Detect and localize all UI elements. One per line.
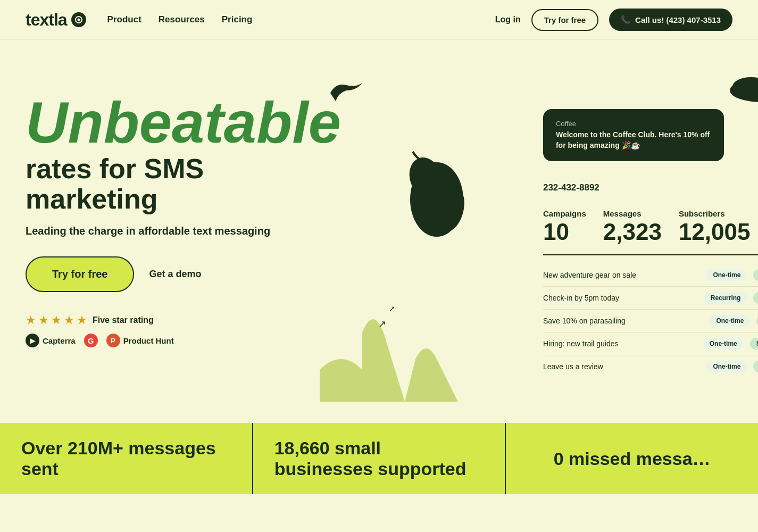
- nav-pricing[interactable]: Pricing: [222, 14, 253, 25]
- stars-label: Five star rating: [93, 315, 154, 325]
- table-row: New adventure gear on sale One-time Send…: [543, 264, 758, 287]
- hero-section: Unbeatable rates for SMS marketing Leadi…: [0, 40, 758, 402]
- star-4: ★: [64, 313, 74, 327]
- campaign-status-tag: Sending in 3 days: [753, 269, 758, 281]
- hero-left: Unbeatable rates for SMS marketing Leadi…: [26, 61, 341, 402]
- star-5: ★: [77, 313, 87, 327]
- star-1: ★: [26, 313, 36, 327]
- cloud-top-icon: [724, 72, 758, 104]
- capterra-label: Capterra: [43, 336, 76, 345]
- star-3: ★: [51, 313, 62, 327]
- producthunt-icon: P: [106, 334, 120, 347]
- campaign-type-tag: One-time: [703, 338, 744, 350]
- call-label: Call us! (423) 407-3513: [635, 15, 721, 24]
- hero-title-italic: Unbeatable: [26, 93, 341, 152]
- table-row: Save 10% on parasailing One-time Sending…: [543, 310, 758, 332]
- badges-row: ▶ Capterra G P Product Hunt: [26, 334, 341, 347]
- nav-call-button[interactable]: 📞 Call us! (423) 407-3513: [609, 9, 732, 31]
- messages-value: 2,323: [603, 220, 662, 244]
- hero-right: Coffee Welcome to the Coffee Club. Here'…: [511, 61, 758, 402]
- stats-row: Campaigns 10 Messages 2,323 Subscribers …: [543, 209, 758, 244]
- hero-illustration: ↗ ↗: [341, 61, 511, 402]
- nav-try-free-button[interactable]: Try for free: [531, 9, 598, 31]
- phone-icon: 📞: [621, 15, 631, 24]
- subscribers-value: 12,005: [679, 220, 751, 244]
- badge-g2: G: [84, 334, 98, 347]
- bottom-stats-bar: Over 210M+ messages sent 18,660 small bu…: [0, 423, 758, 494]
- table-row: Check-in by 5pm today Recurring Sending …: [543, 287, 758, 310]
- nav-links: Product Resources Pricing: [107, 14, 495, 25]
- badge-producthunt: P Product Hunt: [106, 334, 174, 347]
- capterra-icon: ▶: [26, 334, 39, 347]
- stat-missed: 0 missed messa…: [506, 423, 758, 494]
- login-button[interactable]: Log in: [495, 15, 521, 24]
- campaigns-stat: Campaigns 10: [543, 209, 586, 244]
- sms-message: Welcome to the Coffee Club. Here's 10% o…: [556, 130, 711, 151]
- g2-icon: G: [84, 334, 98, 347]
- mountain-svg: ↗ ↗: [320, 253, 490, 402]
- messages-label: Messages: [603, 209, 662, 218]
- producthunt-label: Product Hunt: [123, 336, 174, 345]
- center-illustration-svg: [384, 104, 490, 263]
- sms-from: Coffee: [556, 120, 711, 128]
- stars-row: ★ ★ ★ ★ ★ Five star rating: [26, 313, 341, 327]
- sms-phone: 232-432-8892: [543, 182, 758, 193]
- nav-right: Log in Try for free 📞 Call us! (423) 407…: [495, 9, 732, 31]
- campaign-status-tag: Sending in 3 days: [753, 292, 758, 304]
- campaign-name: New adventure gear on sale: [543, 271, 701, 279]
- campaign-name: Leave us a review: [543, 362, 701, 371]
- campaign-type-tag: One-time: [706, 361, 747, 372]
- svg-point-0: [77, 19, 80, 21]
- stat-messages-sent: Over 210M+ messages sent: [0, 423, 253, 494]
- star-2: ★: [38, 313, 49, 327]
- campaign-type-tag: One-time: [710, 315, 750, 327]
- subscribers-stat: Subscribers 12,005: [679, 209, 751, 244]
- table-row: Hiring: new trail guides One-time Sendin…: [543, 332, 758, 355]
- hero-title-normal: rates for SMS marketing: [26, 154, 341, 214]
- svg-text:↗: ↗: [389, 304, 395, 313]
- nav-resources[interactable]: Resources: [159, 14, 205, 25]
- hero-subtitle: Leading the charge in affordable text me…: [26, 225, 341, 237]
- campaign-name: Save 10% on parasailing: [543, 317, 704, 325]
- campaign-name: Check-in by 5pm today: [543, 294, 698, 302]
- subscribers-label: Subscribers: [679, 209, 751, 218]
- stats-divider: [543, 254, 758, 255]
- campaign-status-tag: Sending in 14 days: [750, 338, 758, 350]
- hero-cta-row: Try for free Get a demo: [26, 256, 341, 292]
- campaigns-label: Campaigns: [543, 209, 586, 218]
- svg-text:↗: ↗: [378, 319, 386, 329]
- campaign-status-tag: Sending in 3 days: [753, 361, 758, 372]
- logo[interactable]: textla: [26, 10, 86, 30]
- logo-text: textla: [26, 10, 67, 30]
- messages-stat: Messages 2,323: [603, 209, 662, 244]
- stat-businesses: 18,660 small businesses supported: [253, 423, 506, 494]
- campaign-name: Hiring: new trail guides: [543, 339, 697, 348]
- hero-demo-button[interactable]: Get a demo: [149, 269, 201, 280]
- table-row: Leave us a review One-time Sending in 3 …: [543, 355, 758, 378]
- logo-icon: [71, 12, 86, 27]
- campaign-type-tag: Recurring: [704, 292, 747, 304]
- navbar: textla Product Resources Pricing Log in …: [0, 0, 758, 40]
- sms-notification-card: Coffee Welcome to the Coffee Club. Here'…: [543, 109, 724, 161]
- badge-capterra: ▶ Capterra: [26, 334, 76, 347]
- hero-try-free-button[interactable]: Try for free: [26, 256, 134, 292]
- campaign-type-tag: One-time: [706, 269, 747, 281]
- stars: ★ ★ ★ ★ ★: [26, 313, 87, 327]
- campaigns-value: 10: [543, 220, 586, 244]
- campaigns-table: New adventure gear on sale One-time Send…: [543, 264, 758, 378]
- nav-product[interactable]: Product: [107, 14, 141, 25]
